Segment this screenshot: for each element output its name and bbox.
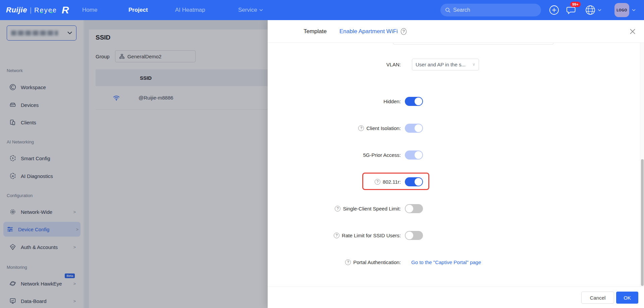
help-icon[interactable]: ? <box>334 233 339 238</box>
portal-authentication-label: Portal Authentication: <box>353 259 401 265</box>
client-isolation-toggle[interactable] <box>405 124 423 133</box>
modal-overlay[interactable] <box>0 20 268 308</box>
vlan-select[interactable]: User and AP in the s... ∨ <box>412 59 479 70</box>
app-window: Ruijie | Reyee R Home Project AI Heatmap… <box>0 0 644 308</box>
field-row-rate-limit-ssid-users: ? Rate Limit for SSID Users: <box>268 229 644 241</box>
chevron-down-icon <box>632 9 636 11</box>
client-isolation-label: Client Isolation: <box>366 125 401 131</box>
field-row-client-isolation: ? Client Isolation: <box>268 122 644 134</box>
drawer-header: Template Enable Apartment WiFi ? <box>268 20 644 43</box>
help-icon[interactable]: ? <box>335 206 340 211</box>
ok-button[interactable]: OK <box>616 292 638 304</box>
chevron-down-icon <box>598 9 601 11</box>
toggle-knob <box>415 124 422 132</box>
field-row-5g-prior-access: 5G-Prior Access: <box>268 149 644 161</box>
brand-green-dash <box>50 12 53 13</box>
80211r-label: 802.11r: <box>383 179 401 185</box>
nav-item-home[interactable]: Home <box>82 0 97 20</box>
rate-limit-ssid-users-label: Rate Limit for SSID Users: <box>342 233 401 238</box>
language-selector[interactable] <box>585 0 601 20</box>
hidden-toggle[interactable] <box>405 97 423 106</box>
account-menu-button[interactable] <box>632 0 636 20</box>
enable-apartment-wifi-link[interactable]: Enable Apartment WiFi ? <box>339 28 407 35</box>
help-icon[interactable]: ? <box>358 125 364 131</box>
5g-prior-access-label: 5G-Prior Access: <box>363 152 401 158</box>
brand-secondary: Reyee <box>34 6 57 14</box>
help-icon[interactable]: ? <box>345 259 351 265</box>
5g-prior-access-toggle[interactable] <box>405 150 423 160</box>
drawer-scrollbar[interactable] <box>640 43 644 287</box>
drawer-footer: Cancel OK <box>268 287 644 308</box>
captive-portal-link[interactable]: Go to the "Captive Portal" page <box>411 259 481 265</box>
brand-mascot-r: R <box>62 4 69 16</box>
nav-item-ai-heatmap[interactable]: AI Heatmap <box>175 0 205 20</box>
toggle-knob <box>415 98 422 105</box>
notification-count-badge: 99+ <box>570 2 581 7</box>
cancel-button[interactable]: Cancel <box>581 292 614 304</box>
single-client-speed-limit-label: Single-Client Speed Limit: <box>343 206 401 211</box>
nav-item-service[interactable]: Service <box>238 0 263 20</box>
field-row-portal-authentication: ? Portal Authentication: Go to the "Capt… <box>268 256 644 268</box>
help-icon[interactable]: ? <box>375 179 380 185</box>
brand-green-dash <box>40 12 43 13</box>
avatar[interactable]: LOGO <box>614 3 629 17</box>
globe-icon <box>585 5 596 15</box>
top-navbar: Ruijie | Reyee R Home Project AI Heatmap… <box>0 0 644 20</box>
add-project-button[interactable] <box>549 0 559 20</box>
vlan-label: VLAN: <box>386 62 401 67</box>
search-input[interactable] <box>453 7 530 13</box>
single-client-speed-limit-toggle[interactable] <box>405 204 423 213</box>
rate-limit-ssid-users-toggle[interactable] <box>405 231 423 240</box>
help-icon[interactable]: ? <box>401 28 407 35</box>
search-icon <box>445 7 450 13</box>
hidden-label: Hidden: <box>383 99 401 104</box>
chevron-down-icon: ∨ <box>472 62 475 67</box>
search-box[interactable] <box>440 4 541 16</box>
toggle-knob <box>415 178 422 186</box>
template-tab[interactable]: Template <box>304 28 327 35</box>
wifi-settings-drawer: Template Enable Apartment WiFi ? VLAN: U… <box>268 20 644 308</box>
close-icon[interactable] <box>629 28 636 35</box>
drawer-content: VLAN: User and AP in the s... ∨ Hidden: … <box>268 43 644 287</box>
toggle-knob <box>406 232 413 239</box>
field-row-single-client-speed-limit: ? Single-Client Speed Limit: <box>268 202 644 214</box>
brand-separator: | <box>30 6 32 14</box>
scrollbar-thumb[interactable] <box>641 159 644 286</box>
scrolled-input-remnant <box>393 43 553 45</box>
80211r-toggle[interactable] <box>405 177 423 186</box>
field-row-hidden: Hidden: <box>268 95 644 107</box>
field-row-vlan: VLAN: User and AP in the s... ∨ <box>268 58 644 70</box>
avatar-label: LOGO <box>616 8 627 12</box>
chevron-down-icon <box>259 9 263 11</box>
brand-logo[interactable]: Ruijie | Reyee R <box>6 0 69 20</box>
brand-primary: Ruijie <box>6 6 27 14</box>
toggle-knob <box>415 151 422 159</box>
toggle-knob <box>406 205 413 212</box>
nav-item-project[interactable]: Project <box>128 0 148 20</box>
plus-circle-icon <box>549 5 559 15</box>
field-row-80211r: ? 802.11r: <box>268 176 644 188</box>
